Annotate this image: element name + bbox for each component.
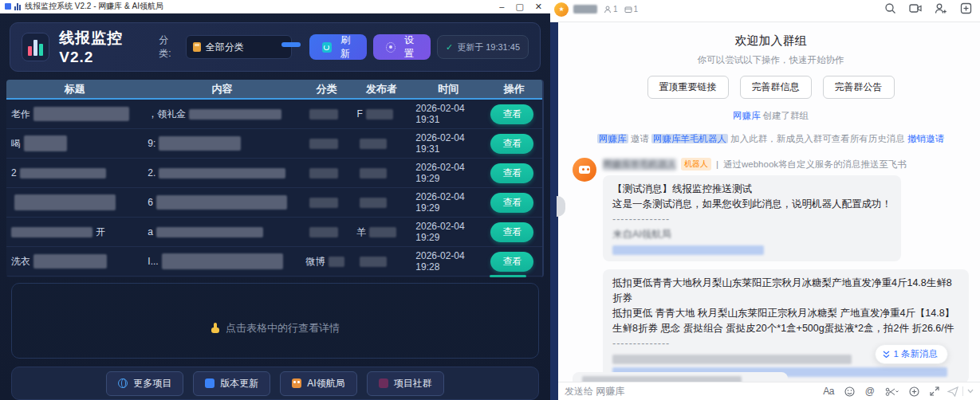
font-style-icon[interactable]: Aa	[823, 386, 834, 396]
cell-time: 2026-02-04 19:29	[411, 221, 486, 243]
mention-icon[interactable]: @	[865, 386, 875, 396]
message-input-bar[interactable]: 发送给 网赚库 Aa @	[558, 382, 980, 400]
category-select[interactable]: 全部分类	[186, 35, 292, 59]
emoji-icon[interactable]	[844, 386, 855, 397]
redacted-text	[360, 198, 387, 208]
table-header: 标题 内容 分类 发布者 时间 操作	[6, 80, 542, 100]
group-info-button[interactable]: 完善群信息	[740, 76, 812, 99]
group-avatar[interactable]: ★	[554, 2, 569, 17]
search-icon[interactable]	[884, 2, 896, 14]
add-attachment-icon[interactable]	[909, 386, 919, 397]
taskbar-app-icon	[5, 3, 11, 10]
community-button[interactable]: 项目社群	[367, 371, 444, 396]
message-bubble-test[interactable]: 【测试消息】线报监控推送测试 这是一条测试消息，如果您收到此消息，说明机器人配置…	[603, 175, 901, 261]
send-icon[interactable]	[947, 386, 958, 397]
close-button[interactable]: ✕	[535, 1, 542, 13]
tabs-icon	[624, 6, 632, 14]
next-row-button-sliver	[490, 275, 526, 277]
redacted-text	[159, 168, 285, 178]
cell-content: 2.	[143, 167, 301, 178]
screenshot-scissors-icon[interactable]	[885, 386, 899, 397]
redacted-text	[20, 168, 106, 178]
gear-icon	[386, 42, 396, 53]
redacted-text	[33, 254, 107, 269]
new-message-badge[interactable]: 1 条新消息	[875, 344, 948, 364]
cell-content: 6	[143, 195, 301, 210]
system-message-invite: 网赚库 邀请 网赚库羊毛机器人 加入此群，新成员入群可查看所有历史消息 撤销邀请	[573, 133, 969, 145]
category-label: 分类:	[159, 33, 179, 61]
redacted-text	[309, 227, 338, 237]
view-button[interactable]: 查看	[490, 163, 533, 183]
cell-category	[301, 227, 352, 237]
send-options-chevron-icon[interactable]	[967, 389, 974, 394]
cell-time: 2026-02-04 19:29	[411, 162, 486, 184]
updated-chip: ✓ 更新于 19:31:45	[437, 35, 529, 59]
table-row[interactable]: 喝 9: 2026-02-04 19:31	[6, 129, 542, 159]
redacted-text	[329, 257, 345, 267]
message-divider: --------------	[612, 212, 891, 227]
cell-publisher: 羊	[352, 225, 411, 239]
cell-action: 查看	[486, 222, 542, 242]
chat-window: ★ 1 1 欢迎加入群组 你可以尝试以下操作，快速开始协作 置顶重要链接	[550, 0, 980, 400]
app-body: 线报监控 V2.2 分类: 全部分类 刷新 设置	[0, 14, 550, 400]
more-projects-button[interactable]: 更多项目	[106, 371, 183, 396]
table-row[interactable]: 洗衣 I... 微博 2026-02-04 19:28	[6, 247, 542, 276]
view-button[interactable]: 查看	[490, 252, 533, 272]
more-settings-icon[interactable]	[960, 2, 972, 14]
redacted-text	[360, 168, 387, 178]
table-row[interactable]: 老作 ，领礼金 F 2026-02-04 19:31	[6, 100, 542, 129]
cell-action: 查看	[486, 134, 542, 154]
video-call-icon[interactable]	[909, 2, 922, 14]
view-button[interactable]: 查看	[490, 222, 533, 242]
revoke-invite-link[interactable]: 撤销邀请	[907, 134, 944, 143]
system-message-created: 网赚库 创建了群组	[573, 110, 969, 122]
add-member-icon[interactable]	[935, 2, 947, 14]
bot-avatar[interactable]	[573, 158, 596, 182]
version-update-button[interactable]: 版本更新	[193, 371, 270, 396]
column-time: 时间	[411, 82, 486, 96]
cell-title: 洗衣	[6, 254, 143, 269]
tab-count-badge[interactable]: 1	[624, 5, 639, 14]
cell-title: 老作	[6, 107, 143, 121]
settings-button[interactable]: 设置	[373, 34, 431, 60]
invitee-link[interactable]: 网赚库羊毛机器人	[651, 134, 728, 143]
maximize-button[interactable]: ▢	[515, 1, 523, 13]
redacted-text	[309, 139, 338, 149]
view-button[interactable]: 查看	[490, 104, 533, 124]
cell-time: 2026-02-04 19:28	[411, 250, 486, 273]
ai-nav-button[interactable]: AI领航局	[280, 371, 356, 396]
cell-content: I...	[143, 253, 301, 269]
column-action: 操作	[486, 82, 542, 96]
message-bubble-deal1[interactable]: 抵扣更低青青大地秋月梨山东莱阳正宗秋月冰糖梨产地直发净重4斤14.8生鲜8折券 …	[603, 269, 969, 382]
expand-icon[interactable]	[930, 386, 939, 396]
inviter-link[interactable]: 网赚库	[597, 134, 628, 143]
globe-icon	[118, 378, 128, 388]
redacted-text	[582, 376, 742, 382]
column-publisher: 发布者	[352, 82, 411, 96]
table-row[interactable]: 6 2026-02-04 19:29 查看	[6, 188, 542, 218]
cell-action: 查看	[486, 252, 542, 272]
chat-body: 欢迎加入群组 你可以尝试以下操作，快速开始协作 置顶重要链接 完善群信息 完善群…	[550, 22, 980, 382]
minimize-button[interactable]: –	[499, 1, 504, 13]
app-logo-icon	[22, 33, 49, 61]
cell-category	[301, 109, 352, 120]
robot-icon	[292, 378, 301, 388]
view-button[interactable]: 查看	[490, 134, 533, 154]
member-count-badge[interactable]: 1	[604, 5, 618, 14]
screen: 线报监控系统 V2.2 - 网赚库 & AI领航局 – ▢ ✕ 线报监控 V2.…	[0, 0, 980, 400]
cell-content: ，领礼金	[143, 108, 301, 121]
report-table: 标题 内容 分类 发布者 时间 操作 老作	[6, 80, 544, 277]
column-content: 内容	[143, 82, 301, 96]
view-button[interactable]: 查看	[490, 193, 533, 213]
detail-panel: 点击表格中的行查看详情	[11, 283, 539, 359]
table-row[interactable]: 2 2. 2026-02-04 19:29	[6, 159, 542, 188]
cell-time: 2026-02-04 19:31	[411, 132, 486, 155]
pin-links-button[interactable]: 置顶重要链接	[647, 76, 729, 99]
cell-title: 喝	[6, 135, 143, 151]
refresh-button[interactable]: 刷新	[309, 34, 367, 60]
creator-link[interactable]: 网赚库	[733, 111, 761, 120]
group-announce-button[interactable]: 完善群公告	[823, 76, 895, 99]
window-title: 线报监控系统 V2.2 - 网赚库 & AI领航局	[25, 1, 499, 12]
table-row[interactable]: 开 a 羊 2026-02-04 19:29	[6, 218, 542, 247]
cell-publisher: F	[352, 108, 411, 120]
